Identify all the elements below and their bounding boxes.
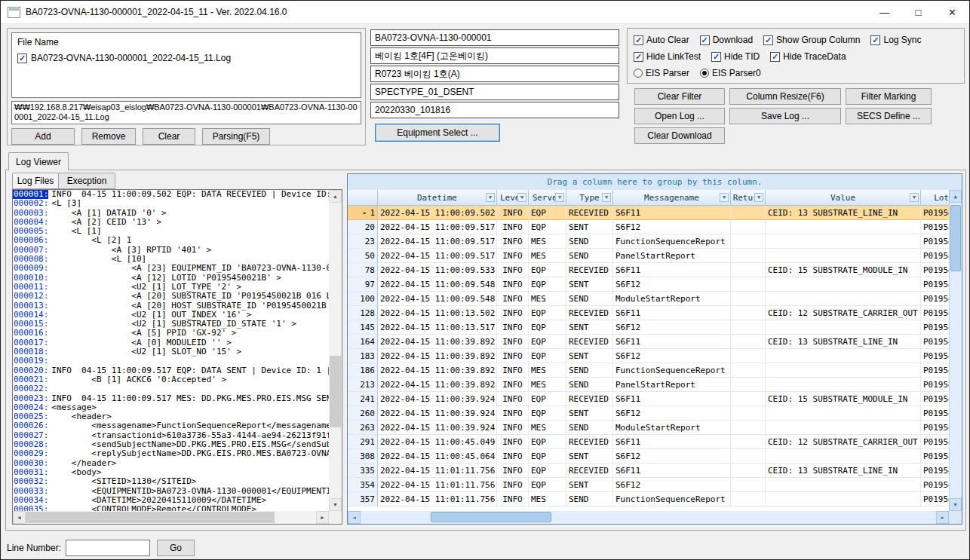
cell-lot[interactable]: P0195450021B bbox=[921, 478, 949, 492]
line-number-input[interactable] bbox=[66, 540, 150, 556]
cell-type[interactable]: RECEVIED bbox=[566, 263, 613, 277]
cell-ret[interactable] bbox=[731, 363, 766, 378]
scroll-up-icon[interactable]: ▲ bbox=[329, 190, 342, 203]
cell-value[interactable]: CEID: 15 SUBSTRATE_MODULE_IN bbox=[766, 263, 921, 277]
checkbox-hide-tid[interactable]: ✓Hide TID bbox=[711, 51, 760, 62]
column-header-value[interactable]: Value▼ bbox=[766, 190, 921, 206]
log-line[interactable]: 000016: <A [5] PPID 'GX-92' > bbox=[13, 329, 329, 338]
filter-icon[interactable]: ▼ bbox=[910, 193, 919, 202]
log-line[interactable]: 000019: bbox=[13, 357, 329, 366]
cell-ret[interactable] bbox=[731, 277, 766, 292]
cell-msg[interactable]: S6F11 bbox=[613, 392, 731, 406]
secs-define-button[interactable]: SECS Define ... bbox=[846, 108, 932, 124]
remove-button[interactable]: Remove bbox=[81, 128, 136, 145]
cell-msg[interactable]: S6F12 bbox=[613, 449, 731, 464]
cell-dt[interactable]: 2022-04-15 11:00:09.502 bbox=[378, 206, 497, 220]
cell-ret[interactable] bbox=[731, 234, 766, 249]
cell-msg[interactable]: ModuleStartReport bbox=[613, 421, 731, 435]
cell-msg[interactable]: S6F12 bbox=[613, 220, 731, 234]
cell-server[interactable]: EQP bbox=[529, 206, 566, 220]
cell-ret[interactable] bbox=[731, 349, 766, 363]
cell-type[interactable]: SEND bbox=[566, 363, 613, 378]
cell-ret[interactable] bbox=[731, 220, 766, 234]
cell-value[interactable] bbox=[766, 234, 921, 249]
cell-value[interactable]: CEID: 12 SUBSTRATE_CARRIER_OUT bbox=[766, 306, 921, 320]
cell-dt[interactable]: 2022-04-15 11:01:11.756 bbox=[378, 464, 497, 478]
checkbox-hide-tracedata[interactable]: ✓Hide TraceData bbox=[770, 51, 846, 62]
cell-lot[interactable]: P0195450021B bbox=[921, 292, 949, 306]
cell-lot[interactable]: P0195450021B bbox=[921, 263, 949, 277]
file-path-box[interactable]: ₩₩192.168.8.217₩eisap03_eislog₩BA0723-OV… bbox=[11, 101, 361, 124]
cell-n[interactable]: 183 bbox=[348, 349, 378, 363]
file-checkbox[interactable]: ✓ bbox=[17, 54, 27, 63]
cell-server[interactable]: EQP bbox=[529, 349, 566, 363]
cell-dt[interactable]: 2022-04-15 11:00:09.517 bbox=[378, 234, 497, 249]
cell-lot[interactable]: P0195450021B bbox=[921, 306, 949, 320]
cell-level[interactable]: INFO bbox=[497, 435, 529, 449]
cell-msg[interactable]: S6F12 bbox=[613, 277, 731, 292]
cell-server[interactable]: EQP bbox=[529, 464, 566, 478]
column-header-ret[interactable]: Return▼ bbox=[731, 190, 766, 206]
table-row[interactable]: ▸12022-04-15 11:00:09.502INFOEQPRECEVIED… bbox=[348, 206, 949, 220]
cell-ret[interactable] bbox=[731, 249, 766, 263]
cell-n[interactable]: 78 bbox=[348, 263, 378, 277]
cell-dt[interactable]: 2022-04-15 11:00:09.517 bbox=[378, 249, 497, 263]
cell-n[interactable]: 291 bbox=[348, 435, 378, 449]
scroll-right-icon[interactable]: ► bbox=[316, 511, 329, 524]
column-header-lot[interactable]: Lot id▼ bbox=[921, 190, 949, 206]
filter-icon[interactable]: ▼ bbox=[754, 193, 763, 202]
cell-level[interactable]: INFO bbox=[497, 263, 529, 277]
cell-dt[interactable]: 2022-04-15 11:00:13.517 bbox=[378, 320, 497, 335]
cell-msg[interactable]: ModuleStartReport bbox=[613, 292, 731, 306]
cell-level[interactable]: INFO bbox=[497, 449, 529, 464]
cell-level[interactable]: INFO bbox=[497, 320, 529, 335]
cell-lot[interactable]: P0195450021B bbox=[921, 206, 949, 220]
log-text-area[interactable]: 000001:INFO 04-15 11:00:09.502 EQP: DATA… bbox=[12, 189, 342, 525]
cell-type[interactable]: SEND bbox=[566, 292, 613, 306]
cell-level[interactable]: INFO bbox=[497, 464, 529, 478]
clear-filter-button[interactable]: Clear Filter bbox=[634, 88, 725, 105]
table-row[interactable]: 3352022-04-15 11:01:11.756INFOEQPRECEVIE… bbox=[348, 464, 949, 478]
cell-type[interactable]: RECEVIED bbox=[566, 306, 613, 320]
cell-server[interactable]: EQP bbox=[529, 478, 566, 492]
log-horizontal-scrollbar[interactable]: ◄ ► bbox=[13, 511, 329, 524]
cell-dt[interactable]: 2022-04-15 11:00:13.502 bbox=[378, 306, 497, 320]
cell-level[interactable]: INFO bbox=[497, 206, 529, 220]
cell-msg[interactable]: S6F11 bbox=[613, 263, 731, 277]
group-by-bar[interactable]: Drag a column here to group by this colu… bbox=[348, 174, 962, 191]
cell-server[interactable]: EQP bbox=[529, 449, 566, 464]
log-line[interactable]: 000012: <A [20] SUBSTRATE_ID 'P019545002… bbox=[13, 292, 329, 301]
add-button[interactable]: Add bbox=[11, 128, 75, 145]
file-list-item[interactable]: ✓ BA0723-OVNA-1130-000001_2022-04-15_11.… bbox=[17, 53, 355, 63]
cell-msg[interactable]: S6F11 bbox=[613, 335, 731, 349]
cell-type[interactable]: RECEVIED bbox=[566, 206, 613, 220]
grid-scroll-up-icon[interactable]: ▲ bbox=[949, 190, 962, 203]
minimize-icon[interactable]: — bbox=[867, 1, 901, 23]
cell-value[interactable] bbox=[766, 292, 921, 306]
filter-icon[interactable]: ▼ bbox=[486, 193, 495, 202]
cell-n[interactable]: 164 bbox=[348, 335, 378, 349]
cell-lot[interactable]: P0195450021B bbox=[921, 349, 949, 363]
clear-button[interactable]: Clear bbox=[143, 128, 195, 145]
cell-lot[interactable]: P0195450021B bbox=[921, 435, 949, 449]
cell-level[interactable]: INFO bbox=[497, 421, 529, 435]
table-row[interactable]: 3082022-04-15 11:00:45.064INFOEQPSENTS6F… bbox=[348, 449, 949, 464]
cell-ret[interactable] bbox=[731, 306, 766, 320]
file-list[interactable]: File Name ✓ BA0723-OVNA-1130-000001_2022… bbox=[11, 32, 361, 98]
log-line[interactable]: 000006: <L [2] 1 bbox=[13, 236, 329, 245]
table-row[interactable]: 1452022-04-15 11:00:13.517INFOEQPSENTS6F… bbox=[348, 320, 949, 335]
cell-value[interactable] bbox=[766, 277, 921, 292]
cell-type[interactable]: SENT bbox=[566, 478, 613, 492]
cell-lot[interactable]: P0195450021B bbox=[921, 421, 949, 435]
cell-n[interactable]: 260 bbox=[348, 406, 378, 421]
table-row[interactable]: 2412022-04-15 11:00:39.924INFOEQPRECEVIE… bbox=[348, 392, 949, 406]
cell-dt[interactable]: 2022-04-15 11:00:09.533 bbox=[378, 263, 497, 277]
checkbox-log-sync[interactable]: ✓Log Sync bbox=[870, 35, 921, 45]
cell-ret[interactable] bbox=[731, 292, 766, 306]
cell-level[interactable]: INFO bbox=[497, 363, 529, 378]
log-line[interactable]: 000023:INFO 04-15 11:00:09.517 MES: DD.P… bbox=[13, 394, 329, 403]
cell-n[interactable]: 357 bbox=[348, 492, 378, 506]
cell-lot[interactable]: P0195450021B bbox=[921, 220, 949, 234]
cell-value[interactable]: CEID: 12 SUBSTRATE_CARRIER_OUT bbox=[766, 435, 921, 449]
table-row[interactable]: 2132022-04-15 11:00:39.892INFOMESSENDPan… bbox=[348, 378, 949, 392]
